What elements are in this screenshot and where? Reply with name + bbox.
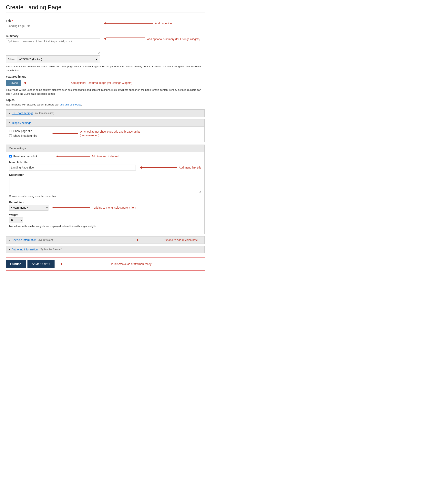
show-breadcrumbs-label: Show breadcrumbs <box>13 134 37 137</box>
checkboxes-col: Show page title Show breadcrumbs <box>9 129 48 139</box>
featured-image-arrow-head <box>24 82 26 84</box>
add-to-menu-annotation: Add to menu if desired <box>92 155 119 158</box>
title-annotation: Add page title <box>155 22 172 25</box>
weight-field: Weight 0 1 2 -1 -2 Menu links with small… <box>9 213 201 228</box>
publish-arrow-line2 <box>74 264 86 264</box>
parent-arrow-head <box>52 206 54 209</box>
editor-row: Editor: WYSIWYG (Limited) Full HTML Plai… <box>6 55 100 63</box>
authoring-section: ▶ Authoring information (By Martha Stewa… <box>6 246 205 253</box>
revision-section: ▶ Revision information (No revision) Exp… <box>6 236 205 244</box>
show-page-title-checkbox[interactable] <box>9 130 12 132</box>
featured-arrow-line2 <box>37 83 53 83</box>
publish-arrow-line <box>62 264 74 264</box>
url-path-sub: (Automatic alias) <box>35 112 54 114</box>
featured-image-label: Featured image <box>6 75 205 78</box>
menu-link-arrow-line <box>58 156 74 156</box>
authoring-link[interactable]: Authoring information <box>12 248 38 251</box>
description-field: Description Shown when hovering over the… <box>9 173 201 198</box>
display-settings-header[interactable]: ▼ Display settings <box>6 120 205 126</box>
editor-label: Editor: <box>8 58 16 61</box>
display-triangle: ▼ <box>9 122 11 124</box>
title-arrow-line2 <box>122 23 137 24</box>
menu-title-arrow-head <box>140 166 142 169</box>
featured-arrow-line <box>26 83 37 83</box>
menu-title-arrow-line2 <box>153 167 165 168</box>
browse-button[interactable]: Browse <box>6 80 21 86</box>
publish-arrow-head <box>60 263 62 265</box>
summary-arrow-line <box>106 37 145 38</box>
weight-info: Menu links with smaller weights are disp… <box>9 224 201 228</box>
parent-item-field: Parent item <Main menu> -- Home -- About… <box>9 201 201 210</box>
menu-title-annotation: Add menu link title <box>179 166 201 169</box>
parent-item-annotation: If adding to menu, select parent item <box>92 206 136 209</box>
menu-settings-content: Provide a menu link Add to menu if desir… <box>6 152 205 234</box>
url-path-section: ▶ URL path settings (Automatic alias) <box>6 109 205 117</box>
revision-arrow-line2 <box>150 240 162 240</box>
publish-button[interactable]: Publish <box>6 260 26 268</box>
url-path-triangle: ▶ <box>9 112 10 114</box>
summary-info: This summary will be used in search resu… <box>6 65 205 72</box>
parent-item-select[interactable]: <Main menu> -- Home -- About -- Contact <box>9 205 48 210</box>
show-breadcrumbs-checkbox[interactable] <box>9 134 12 137</box>
save-draft-button[interactable]: Save as draft <box>28 260 54 268</box>
parent-item-label: Parent item <box>9 201 201 204</box>
publish-arrow-line3 <box>86 264 97 264</box>
description-textarea[interactable] <box>9 177 201 193</box>
summary-annotation: Add optional summary (for Listings widge… <box>147 37 200 41</box>
menu-link-title-input[interactable] <box>9 165 136 170</box>
revision-annotation: Expand to add revision note <box>164 239 198 242</box>
parent-arrow-line3 <box>78 207 90 208</box>
authoring-triangle: ▶ <box>9 248 10 250</box>
display-annotation-col: Un-check to not show page title and brea… <box>52 129 201 138</box>
display-settings-section: ▼ Display settings Show page title Show … <box>6 119 205 142</box>
revision-link[interactable]: Revision information <box>12 239 36 242</box>
menu-link-arrow-head <box>56 155 58 157</box>
revision-header[interactable]: ▶ Revision information (No revision) Exp… <box>6 236 205 244</box>
title-label: Title * <box>6 19 100 22</box>
summary-textarea[interactable] <box>6 38 100 54</box>
display-settings-link[interactable]: Display settings <box>12 121 31 125</box>
authoring-sub: (By Martha Stewart) <box>40 248 62 251</box>
publish-arrow-line4 <box>97 264 109 264</box>
menu-settings-box: Menu settings Provide a menu link Add to… <box>6 144 205 234</box>
authoring-header[interactable]: ▶ Authoring information (By Martha Stewa… <box>6 246 205 253</box>
featured-image-info: This image will be used in some content … <box>6 88 205 96</box>
url-path-link[interactable]: URL path settings <box>12 112 33 115</box>
menu-link-arrow-line2 <box>74 156 90 156</box>
title-arrow-line <box>106 23 122 24</box>
menu-settings-header: Menu settings <box>6 145 205 152</box>
provide-menu-link-label: Provide a menu link <box>13 155 37 158</box>
display-annotation-text: Un-check to not show page title and brea… <box>80 130 140 138</box>
provide-menu-link-row: Provide a menu link Add to menu if desir… <box>9 155 201 158</box>
revision-triangle: ▶ <box>9 239 10 241</box>
parent-arrow-line <box>54 207 66 208</box>
menu-link-title-label: Menu link title <box>9 161 201 164</box>
summary-arrow-head <box>104 37 106 40</box>
weight-select[interactable]: 0 1 2 -1 -2 <box>9 217 23 223</box>
topics-info: Tag this page with sitewide topics. Buil… <box>6 103 205 107</box>
revision-sub: (No revision) <box>38 239 53 241</box>
revision-arrow-line <box>138 240 150 240</box>
topics-link[interactable]: add and edit topics <box>60 103 81 106</box>
display-arrow-line <box>54 133 78 134</box>
parent-arrow-line2 <box>66 207 78 208</box>
page-title: Create Landing Page <box>6 4 205 13</box>
menu-title-arrow-line3 <box>165 167 177 168</box>
featured-image-section: Featured image Browse Add optional Featu… <box>6 75 205 96</box>
revision-arrow-head <box>136 239 138 241</box>
title-input[interactable] <box>6 23 100 29</box>
menu-title-arrow-line <box>142 167 153 168</box>
show-page-title-label: Show page title <box>13 129 32 132</box>
display-arrow-head <box>52 132 54 135</box>
provide-menu-link-checkbox[interactable] <box>9 155 12 157</box>
editor-select[interactable]: WYSIWYG (Limited) Full HTML Plain text <box>17 57 98 62</box>
title-arrow-line3 <box>137 23 153 24</box>
url-path-header[interactable]: ▶ URL path settings (Automatic alias) <box>6 110 205 117</box>
menu-link-title-field: Menu link title Add menu link title <box>9 161 201 170</box>
display-checkboxes-row: Show page title Show breadcrumbs Un-chec… <box>9 129 201 139</box>
description-hint: Shown when hovering over the menu link. <box>9 194 201 198</box>
featured-image-annotation: Add optional Featured Image (for Listing… <box>71 81 132 84</box>
publish-annotation: Publish/save as draft when ready <box>111 262 152 265</box>
summary-label: Summary <box>6 34 100 37</box>
show-breadcrumbs-row: Show breadcrumbs <box>9 134 48 137</box>
